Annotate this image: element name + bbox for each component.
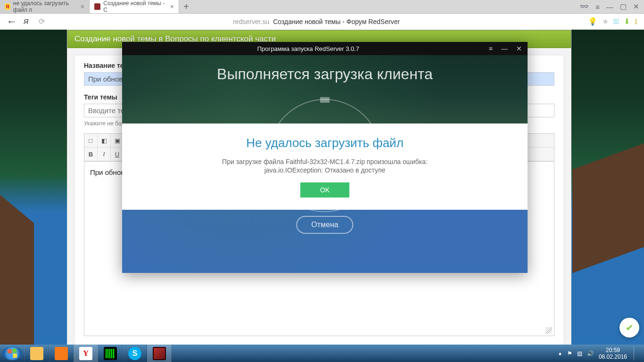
launcher-title-text: Программа запуска RedServer 3.0.7: [128, 45, 489, 52]
maximize-icon[interactable]: ▢: [620, 2, 627, 11]
site-icon: [94, 3, 100, 10]
monitor-icon: [104, 347, 117, 360]
launcher-body: Выполняется загрузка клиента Отмена Не у…: [122, 55, 528, 273]
error-line-1: При загрузке файла Faithful-32x32-MC1.4.…: [132, 158, 518, 165]
yandex-logo-icon[interactable]: Я: [24, 17, 32, 26]
omnibox[interactable]: redserver.su Создание новой темы - Форум…: [51, 18, 581, 25]
close-icon[interactable]: ×: [81, 3, 84, 10]
reload-button[interactable]: ⟳: [39, 17, 45, 26]
clock[interactable]: 20:59 08.02.2016: [599, 347, 627, 360]
taskbar-item-explorer[interactable]: [25, 345, 49, 362]
bold-button[interactable]: B: [84, 148, 98, 161]
download-icon[interactable]: ⬇: [624, 17, 630, 26]
start-button[interactable]: [2, 346, 22, 361]
protect-shield-icon[interactable]: ⌄⃝: [613, 17, 619, 26]
launcher-minimize-icon[interactable]: —: [501, 45, 508, 52]
tray-date: 08.02.2016: [599, 354, 627, 360]
browser-address-bar: ← Я ⟳ redserver.su Создание новой темы -…: [0, 14, 644, 30]
italic-button[interactable]: I: [98, 148, 111, 161]
browser-tab[interactable]: Создание новой темы - С ×: [90, 0, 179, 13]
yandex-browser-icon: Y: [79, 347, 92, 360]
close-icon[interactable]: ×: [170, 3, 174, 10]
launcher-close-icon[interactable]: ✕: [516, 45, 522, 52]
lightbulb-icon[interactable]: 💡: [588, 17, 597, 26]
new-tab-button[interactable]: +: [179, 0, 193, 13]
folder-icon: [30, 347, 43, 360]
skype-icon: S: [128, 347, 141, 360]
launcher-titlebar[interactable]: Программа запуска RedServer 3.0.7 ≡ — ✕: [122, 42, 528, 55]
network-icon[interactable]: ▤: [577, 350, 582, 357]
toggle-format-icon[interactable]: □: [84, 134, 98, 147]
launcher-cube-icon: [153, 347, 166, 360]
browser-tab-strip: Я не удалось загрузить файл п × Создание…: [0, 0, 644, 14]
menu-icon[interactable]: ≡: [595, 3, 600, 11]
taskbar-item-monitor[interactable]: [98, 345, 123, 362]
launcher-window: Программа запуска RedServer 3.0.7 ≡ — ✕ …: [122, 42, 528, 273]
tray-expand-icon[interactable]: ▲: [558, 351, 562, 356]
compass-icon[interactable]: ⟟: [635, 17, 637, 26]
media-player-icon: [55, 347, 68, 360]
taskbar-item-skype[interactable]: S: [123, 345, 147, 362]
launcher-banner: Выполняется загрузка клиента: [122, 66, 528, 83]
bookmark-star-icon[interactable]: ★: [602, 17, 609, 26]
system-tray: ▲ ⚑ ▤ 🔊 20:59 08.02.2016: [554, 346, 644, 361]
window-controls: 👓 ≡ — ▢ ✕: [575, 0, 644, 13]
taskbar-item-launcher[interactable]: [147, 345, 172, 362]
taskbar-item-yandex-browser[interactable]: Y: [74, 345, 98, 362]
flag-icon[interactable]: ⚑: [567, 350, 572, 357]
eraser-icon[interactable]: ◧: [98, 134, 111, 147]
browser-tab[interactable]: Я не удалось загрузить файл п ×: [0, 0, 90, 13]
tray-time: 20:59: [599, 347, 627, 354]
taskbar: Y S ▲ ⚑ ▤ 🔊 20:59 08.02.2016: [0, 345, 644, 362]
url-title: Создание новой темы - Форум RedServer: [273, 18, 400, 25]
yandex-icon: Я: [5, 3, 10, 10]
resize-grip-icon[interactable]: [545, 327, 552, 334]
incognito-icon[interactable]: 👓: [580, 2, 589, 11]
minimize-icon[interactable]: —: [606, 3, 613, 11]
back-button[interactable]: ←: [7, 16, 17, 28]
error-line-2: java.io.IOException: Отказано в доступе: [132, 166, 518, 174]
tab-title: Создание новой темы - С: [103, 0, 167, 13]
launcher-menu-icon[interactable]: ≡: [489, 45, 493, 52]
ok-button[interactable]: OK: [300, 182, 349, 197]
close-window-icon[interactable]: ✕: [633, 2, 639, 11]
error-dialog: Не удалось загрузить файл При загрузке ф…: [122, 123, 528, 210]
volume-icon[interactable]: 🔊: [587, 350, 594, 357]
windows-logo-icon: [7, 348, 17, 358]
url-host: redserver.su: [233, 18, 269, 25]
tab-title: не удалось загрузить файл п: [13, 0, 78, 13]
taskbar-item-mediaplayer[interactable]: [49, 345, 74, 362]
error-title: Не удалось загрузить файл: [132, 136, 518, 150]
adguard-shield-icon[interactable]: ✔: [619, 318, 639, 337]
cancel-button[interactable]: Отмена: [296, 216, 353, 234]
show-desktop-button[interactable]: [634, 346, 640, 361]
